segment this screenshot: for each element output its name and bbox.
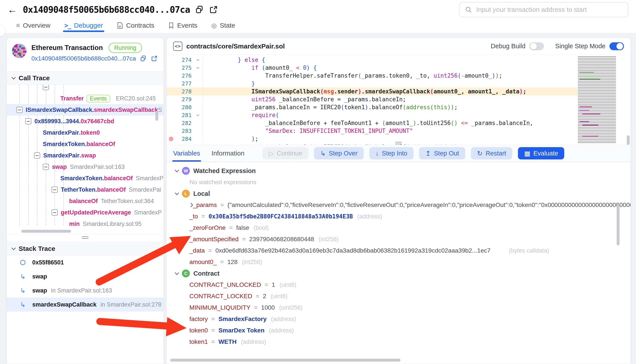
variable-row[interactable]: _params={"amountCalculated":0,"fictiveRe… (175, 199, 630, 211)
call-trace-row[interactable]: SmardexPair.token0 (7, 127, 163, 138)
file-header: <> contracts/core/SmardexPair.sol Debug … (167, 38, 630, 54)
code-line[interactable]: 275 if (amount0_ < 0) { (167, 64, 577, 72)
breakpoint-icon[interactable] (169, 136, 173, 141)
minimap[interactable] (578, 56, 624, 143)
code-line[interactable]: 279 uint256 _balanceInBefore = _params.b… (167, 96, 577, 103)
variable-row[interactable]: MINIMUM_LIQUIDITY=1000(uint256) (175, 302, 630, 313)
copy-hash-icon[interactable] (140, 55, 147, 62)
line-number[interactable]: 283 (167, 128, 193, 134)
line-number[interactable]: 279 (167, 96, 193, 102)
call-trace-row[interactable]: ISmardexSwapCallback.smardexSwapCallback… (7, 104, 163, 116)
call-trace-header[interactable]: Call Trace (7, 71, 163, 85)
line-number[interactable]: 276 (167, 72, 193, 79)
line-number[interactable]: 282 (167, 120, 193, 126)
variables-hscrollbar[interactable] (170, 359, 401, 362)
line-number[interactable]: 275 (167, 65, 193, 71)
tree-hscrollbar[interactable] (21, 230, 71, 233)
line-number[interactable]: 281 (167, 112, 193, 118)
variable-row[interactable]: factory=SmardexFactory(address) (175, 313, 630, 325)
single-step-toggle[interactable] (609, 42, 624, 50)
variable-row[interactable]: token1=WETH(address) (175, 336, 630, 348)
variable-row[interactable]: token0=SmarDex Token(address) (175, 325, 630, 336)
fold-chevron-icon[interactable] (193, 115, 203, 116)
collapse-box-icon[interactable] (43, 85, 49, 90)
variable-row[interactable]: CONTRACT_LOCKED=2(uint8) (175, 290, 630, 302)
code-line[interactable]: 280 _params.balanceIn = IERC20(token1).b… (167, 103, 577, 111)
restart-button[interactable]: ↻Restart (471, 147, 512, 160)
copy-icon[interactable] (195, 5, 204, 14)
collapse-box-icon[interactable] (52, 186, 58, 193)
fold-chevron-icon[interactable] (193, 67, 203, 68)
tab-state[interactable]: ◎ State (211, 19, 235, 32)
code-line[interactable]: 277 } (167, 80, 577, 88)
code-line[interactable]: 274 } else { (167, 56, 577, 64)
code-line[interactable]: 283 "SmarDex: INSUFFICIENT_TOKEN1_INPUT_… (167, 127, 577, 135)
step-out-button[interactable]: ↥Step Out (419, 147, 465, 160)
variable-row[interactable]: amount0_=128(int256) (175, 256, 630, 268)
variables-vscrollbar[interactable] (617, 204, 619, 245)
collapse-box-icon[interactable] (52, 210, 58, 216)
code-scrollbar[interactable] (626, 54, 630, 145)
line-number[interactable]: 278 (167, 88, 193, 95)
call-trace-row[interactable]: TransferEventsERC20.sol:245 (7, 93, 163, 104)
collapse-box-icon[interactable] (34, 152, 40, 158)
search-input[interactable] (476, 6, 623, 14)
variables-section-header[interactable]: CContract (175, 268, 630, 279)
tab-overview[interactable]: ≡ Overview (16, 19, 50, 32)
line-number[interactable]: 274 (167, 57, 193, 63)
call-trace-row[interactable]: swapSmardexPair.sol:163 (7, 161, 163, 172)
code-line[interactable]: 284 ); (167, 135, 577, 143)
tree-vscrollbar[interactable] (155, 111, 158, 121)
chevron-right-icon[interactable] (189, 203, 193, 207)
code-line[interactable]: 282 _balanceInBefore + feeToAmount1 + (a… (167, 119, 577, 127)
variable-row[interactable]: _to=0x30Ea35bf5dbe2B80FC2438418848a53A0b… (175, 211, 630, 222)
call-trace-row[interactable]: getUpdatedPriceAverageSmardexP (7, 207, 163, 218)
call-trace-row[interactable]: SmardexToken.balanceOfSmardexP (7, 172, 163, 184)
call-trace-row[interactable]: 0x859993...3944.0x76467cbd (7, 116, 163, 127)
variables-section-header[interactable]: LLocal (175, 188, 630, 199)
call-trace-row[interactable]: TetherToken.balanceOfSmardexPai (7, 184, 163, 196)
fold-chevron-icon[interactable] (193, 60, 203, 60)
variable-row[interactable]: _zeroForOne=false(bool) (175, 222, 630, 234)
call-trace-row[interactable] (7, 85, 163, 93)
stack-trace-row[interactable]: ↳smardexSwapCallbackin SmardexPair.sol:2… (7, 298, 163, 312)
code-line[interactable]: 278 ISmardexSwapCallback(msg.sender).sma… (167, 88, 577, 96)
stack-trace-row[interactable]: ↳swapin SmardexPair.sol:163 (7, 284, 163, 298)
line-number[interactable]: 280 (167, 104, 193, 110)
collapse-box-icon[interactable] (17, 107, 23, 113)
tab-variables[interactable]: Variables (173, 145, 200, 162)
external-link-icon[interactable] (209, 5, 218, 14)
call-trace-row[interactable]: SmardexPair.swap (7, 150, 163, 161)
stack-trace-row[interactable]: 0x55f86501 (7, 256, 163, 270)
call-trace-row[interactable]: minSmardexLibrary.sol:95 (7, 218, 163, 230)
tab-debugger[interactable]: >_ Debugger (64, 19, 103, 32)
stack-trace-header[interactable]: Stack Trace (7, 242, 163, 256)
stack-trace-row[interactable]: ↳swap (7, 270, 163, 284)
tab-information[interactable]: Information (212, 145, 244, 162)
collapse-box-icon[interactable] (25, 118, 31, 124)
line-number[interactable]: 285 (167, 144, 193, 145)
continue-button[interactable]: ▷Continue (262, 147, 308, 160)
open-hash-icon[interactable] (151, 55, 158, 62)
transaction-hash-link[interactable]: 0x1409048f50065b6b688cc040...07ca (31, 55, 136, 62)
call-trace-row[interactable]: SmardexToken.balanceOf (7, 138, 163, 150)
step-into-button[interactable]: ↓Step Into (369, 147, 414, 160)
variable-row[interactable]: _amountSpecified=2397904068208680448(int… (175, 234, 630, 245)
code-line[interactable]: 276 TransferHelper.safeTransfer(_params.… (167, 72, 577, 80)
evaluate-button[interactable]: ▦Evaluate (518, 147, 564, 160)
debug-build-toggle[interactable] (529, 42, 544, 50)
variables-section-header[interactable]: WWatched Expression (175, 165, 630, 176)
resize-handle[interactable] (395, 142, 402, 146)
variable-row[interactable]: _data=0xd0e6dfd633a76e92b462a63d0a169eb3… (175, 245, 630, 256)
tab-contracts[interactable]: Contracts (117, 19, 154, 32)
line-number[interactable]: 277 (167, 80, 193, 87)
code-line[interactable]: 281 require( (167, 111, 577, 119)
tab-events[interactable]: Events (168, 19, 197, 32)
back-icon[interactable]: ← (8, 4, 17, 15)
resize-handle[interactable] (82, 236, 88, 240)
variable-row[interactable]: CONTRACT_UNLOCKED=1(uint8) (175, 279, 630, 290)
call-trace-row[interactable]: balanceOfTetherToken.sol:364 (7, 196, 163, 207)
collapse-box-icon[interactable] (43, 164, 49, 170)
code-line[interactable]: 285 _params.balanceOut = IERC20(token0).… (167, 143, 577, 145)
step-over-button[interactable]: ↳Step Over (314, 147, 364, 160)
